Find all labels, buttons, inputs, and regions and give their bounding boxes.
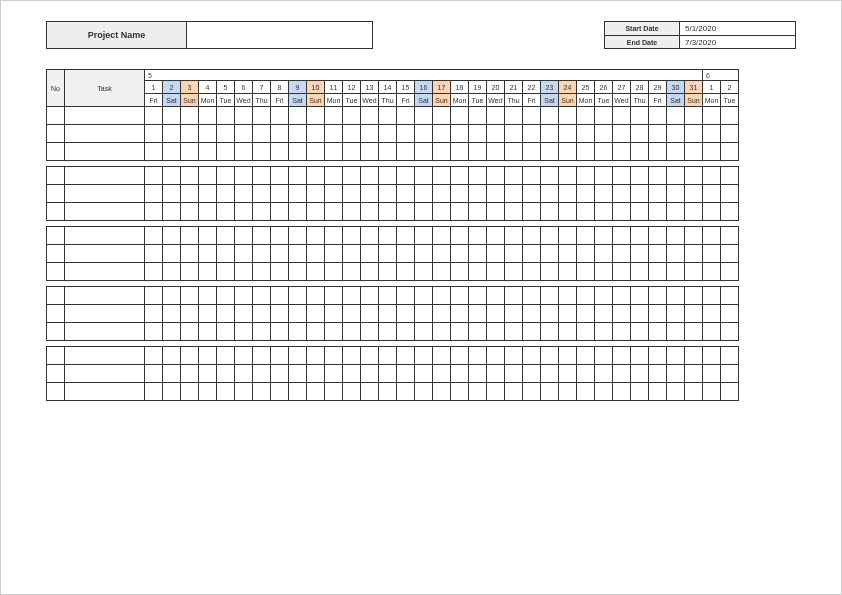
cell-day[interactable]	[253, 185, 271, 203]
cell-day[interactable]	[433, 227, 451, 245]
cell-day[interactable]	[307, 107, 325, 125]
cell-day[interactable]	[289, 185, 307, 203]
cell-day[interactable]	[307, 347, 325, 365]
cell-day[interactable]	[523, 167, 541, 185]
cell-day[interactable]	[451, 347, 469, 365]
cell-day[interactable]	[469, 287, 487, 305]
cell-day[interactable]	[595, 143, 613, 161]
cell-day[interactable]	[289, 305, 307, 323]
cell-day[interactable]	[379, 167, 397, 185]
cell-day[interactable]	[163, 125, 181, 143]
cell-day[interactable]	[613, 185, 631, 203]
cell-day[interactable]	[451, 143, 469, 161]
cell-day[interactable]	[325, 107, 343, 125]
cell-day[interactable]	[343, 365, 361, 383]
cell-day[interactable]	[199, 305, 217, 323]
cell-day[interactable]	[685, 365, 703, 383]
cell-day[interactable]	[307, 383, 325, 401]
cell-day[interactable]	[631, 347, 649, 365]
cell-day[interactable]	[685, 185, 703, 203]
cell-day[interactable]	[523, 383, 541, 401]
start-date-value[interactable]: 5/1/2020	[680, 22, 795, 35]
cell-day[interactable]	[469, 305, 487, 323]
cell-day[interactable]	[505, 203, 523, 221]
cell-day[interactable]	[631, 203, 649, 221]
cell-day[interactable]	[163, 263, 181, 281]
cell-day[interactable]	[721, 227, 739, 245]
cell-no[interactable]	[47, 305, 65, 323]
cell-day[interactable]	[379, 203, 397, 221]
cell-day[interactable]	[397, 185, 415, 203]
cell-day[interactable]	[703, 203, 721, 221]
cell-day[interactable]	[379, 227, 397, 245]
cell-day[interactable]	[379, 287, 397, 305]
cell-day[interactable]	[541, 287, 559, 305]
cell-day[interactable]	[397, 305, 415, 323]
cell-day[interactable]	[577, 263, 595, 281]
cell-day[interactable]	[721, 185, 739, 203]
cell-day[interactable]	[613, 365, 631, 383]
cell-day[interactable]	[523, 323, 541, 341]
cell-day[interactable]	[235, 185, 253, 203]
cell-day[interactable]	[253, 347, 271, 365]
cell-day[interactable]	[613, 263, 631, 281]
cell-day[interactable]	[271, 323, 289, 341]
cell-task[interactable]	[65, 347, 145, 365]
cell-day[interactable]	[667, 167, 685, 185]
cell-day[interactable]	[559, 185, 577, 203]
cell-day[interactable]	[199, 167, 217, 185]
cell-day[interactable]	[577, 305, 595, 323]
cell-day[interactable]	[595, 203, 613, 221]
cell-day[interactable]	[631, 323, 649, 341]
cell-day[interactable]	[559, 383, 577, 401]
cell-day[interactable]	[271, 143, 289, 161]
cell-day[interactable]	[613, 167, 631, 185]
cell-day[interactable]	[451, 263, 469, 281]
cell-day[interactable]	[631, 107, 649, 125]
cell-day[interactable]	[649, 347, 667, 365]
cell-day[interactable]	[685, 227, 703, 245]
cell-day[interactable]	[721, 323, 739, 341]
cell-day[interactable]	[397, 227, 415, 245]
cell-day[interactable]	[631, 263, 649, 281]
cell-day[interactable]	[613, 125, 631, 143]
cell-day[interactable]	[397, 107, 415, 125]
cell-day[interactable]	[667, 227, 685, 245]
cell-day[interactable]	[145, 203, 163, 221]
cell-day[interactable]	[379, 185, 397, 203]
cell-day[interactable]	[487, 365, 505, 383]
cell-no[interactable]	[47, 245, 65, 263]
cell-day[interactable]	[361, 203, 379, 221]
cell-day[interactable]	[505, 143, 523, 161]
cell-day[interactable]	[217, 245, 235, 263]
cell-day[interactable]	[271, 107, 289, 125]
cell-day[interactable]	[343, 185, 361, 203]
cell-day[interactable]	[253, 305, 271, 323]
cell-day[interactable]	[577, 203, 595, 221]
cell-day[interactable]	[271, 227, 289, 245]
cell-day[interactable]	[163, 203, 181, 221]
cell-day[interactable]	[361, 323, 379, 341]
cell-day[interactable]	[415, 287, 433, 305]
cell-day[interactable]	[379, 383, 397, 401]
cell-day[interactable]	[505, 383, 523, 401]
cell-day[interactable]	[649, 305, 667, 323]
cell-day[interactable]	[613, 383, 631, 401]
cell-day[interactable]	[397, 167, 415, 185]
cell-day[interactable]	[613, 287, 631, 305]
cell-day[interactable]	[667, 305, 685, 323]
cell-day[interactable]	[541, 185, 559, 203]
cell-day[interactable]	[487, 125, 505, 143]
cell-day[interactable]	[199, 383, 217, 401]
cell-day[interactable]	[217, 167, 235, 185]
cell-day[interactable]	[469, 227, 487, 245]
cell-day[interactable]	[433, 245, 451, 263]
cell-day[interactable]	[289, 383, 307, 401]
cell-day[interactable]	[145, 245, 163, 263]
cell-day[interactable]	[361, 383, 379, 401]
cell-day[interactable]	[505, 347, 523, 365]
cell-day[interactable]	[649, 227, 667, 245]
cell-no[interactable]	[47, 143, 65, 161]
cell-day[interactable]	[235, 227, 253, 245]
cell-task[interactable]	[65, 185, 145, 203]
